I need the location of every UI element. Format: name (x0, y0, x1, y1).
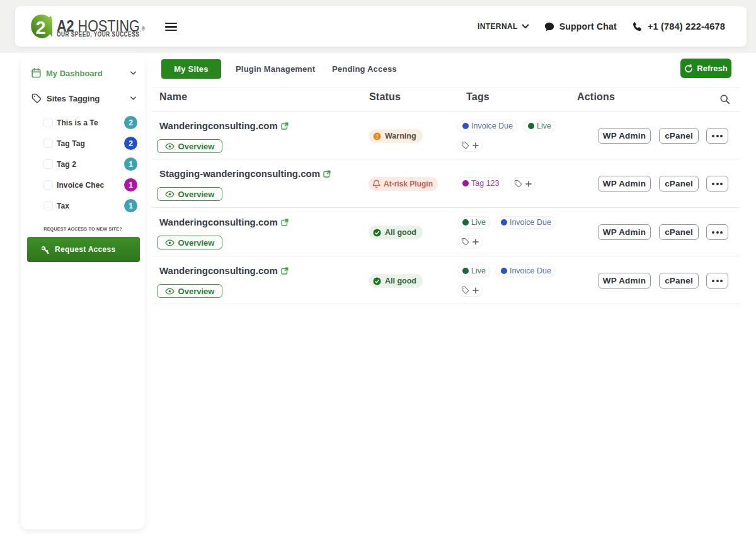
svg-text:2: 2 (36, 18, 46, 38)
